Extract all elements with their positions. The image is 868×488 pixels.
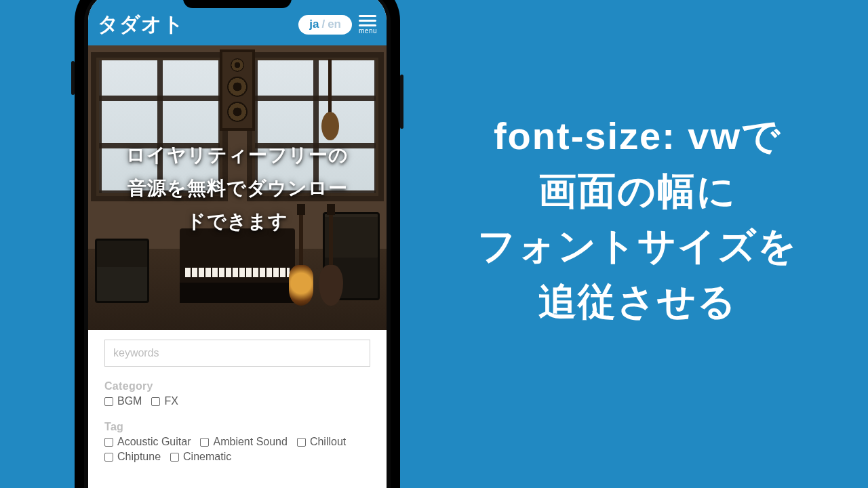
checkbox-icon [104, 438, 113, 447]
headline-line: フォントサイズを [434, 218, 841, 273]
status-bar [88, 0, 387, 8]
headline-line: font-size: vwで [434, 108, 841, 163]
hamburger-icon [359, 15, 376, 26]
checkbox-chiptune[interactable]: Chiptune [104, 451, 161, 463]
checkbox-label: BGM [117, 395, 142, 407]
tag-heading: Tag [104, 421, 370, 433]
tag-options: Acoustic Guitar Ambient Sound Chillout C… [104, 436, 370, 463]
checkbox-acoustic-guitar[interactable]: Acoustic Guitar [104, 436, 191, 448]
checkbox-label: Acoustic Guitar [117, 436, 191, 448]
checkbox-label: Cinematic [183, 451, 231, 463]
site-logo[interactable]: タダオト [98, 11, 184, 39]
search-filter-card: Category BGM FX Tag Acoustic Guita [92, 325, 382, 488]
checkbox-icon [151, 397, 160, 406]
checkbox-bgm[interactable]: BGM [104, 395, 142, 407]
hero-line: ロイヤリティーフリーの [126, 138, 349, 171]
hero-section: ロイヤリティーフリーの 音源を無料でダウンロー ドできます [88, 45, 387, 330]
app-header: タダオト ja / en menu [88, 8, 387, 45]
menu-label: menu [359, 27, 377, 35]
language-active: ja [309, 18, 319, 31]
language-separator: / [321, 18, 325, 31]
hero-tagline: ロイヤリティーフリーの 音源を無料でダウンロー ドできます [108, 138, 366, 238]
menu-button[interactable]: menu [359, 15, 377, 35]
checkbox-fx[interactable]: FX [151, 395, 178, 407]
checkbox-icon [104, 453, 113, 462]
language-toggle[interactable]: ja / en [298, 15, 352, 35]
phone-screen: タダオト ja / en menu [88, 0, 387, 488]
category-options: BGM FX [104, 395, 370, 407]
keyword-search-input[interactable] [104, 340, 370, 367]
headline-line: 画面の幅に [434, 163, 841, 218]
headline-line: 追従させる [434, 274, 841, 329]
checkbox-icon [200, 438, 209, 447]
phone-frame: タダオト ja / en menu [75, 0, 400, 488]
checkbox-label: FX [164, 395, 178, 407]
category-heading: Category [104, 380, 370, 392]
phone-bezel: タダオト ja / en menu [84, 0, 391, 488]
hero-line: 音源を無料でダウンロー [126, 171, 349, 205]
article-headline: font-size: vwで 画面の幅に フォントサイズを 追従させる [434, 108, 841, 329]
checkbox-ambient-sound[interactable]: Ambient Sound [200, 436, 287, 448]
phone-notch [183, 0, 292, 8]
checkbox-label: Chillout [310, 436, 346, 448]
checkbox-icon [297, 438, 306, 447]
checkbox-icon [104, 397, 113, 406]
checkbox-label: Chiptune [117, 451, 161, 463]
checkbox-label: Ambient Sound [213, 436, 287, 448]
checkbox-icon [170, 453, 179, 462]
language-inactive: en [328, 18, 341, 31]
hero-line: ドできます [126, 205, 349, 238]
checkbox-chillout[interactable]: Chillout [297, 436, 346, 448]
checkbox-cinematic[interactable]: Cinematic [170, 451, 231, 463]
